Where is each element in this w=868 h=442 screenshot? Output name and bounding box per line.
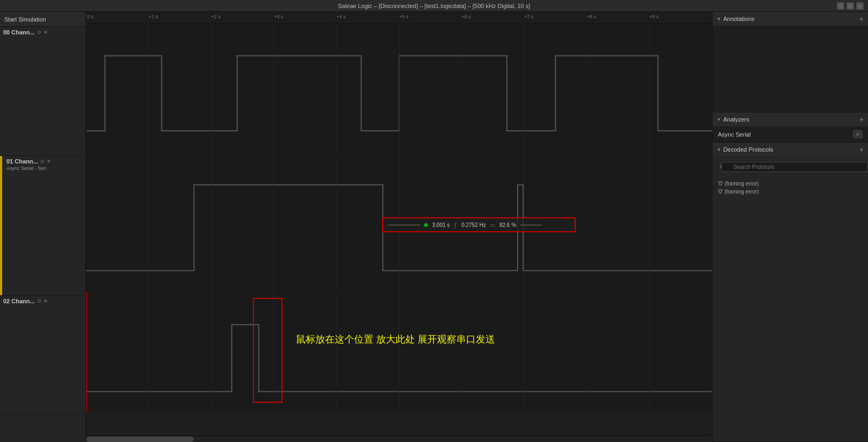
tick-7s: +7 s (524, 14, 533, 19)
decoded-protocols-label: Decoded Protocols (723, 146, 773, 153)
waveform-row-01: 3.001 s ƒ 0.2752 Hz ▭ 82.6 % (86, 153, 712, 293)
start-simulation-bar[interactable]: Start Simulation (0, 12, 86, 27)
analyzers-triangle: ▼ (717, 117, 721, 122)
annotations-label: Annotations (723, 16, 754, 22)
annotations-panel (712, 26, 868, 112)
tick-9s: +9 s (650, 14, 659, 19)
tick-5s: +5 s (399, 14, 408, 19)
decoded-protocols-section: ▼ Decoded Protocols + 🔍 '0' (framing err… (712, 142, 868, 442)
analyzer-edit-button[interactable]: ≡ (853, 130, 863, 138)
waveform-area: 0 s +1 s +2 s +3 s +4 s +5 s +6 s +7 s +… (86, 12, 712, 442)
protocol-entry-0: '0' (framing error) (718, 180, 863, 188)
measurement-box: 3.001 s ƒ 0.2752 Hz ▭ 82.6 % (382, 217, 576, 232)
channel-01-name: 01 Chann... (6, 158, 38, 165)
left-panel: Start Simulation 00 Chann... ⊙ ✕ 01 (0, 12, 86, 442)
analyzers-section: ▼ Analyzers + Async Serial ≡ (712, 112, 868, 142)
start-simulation-label: Start Simulation (4, 16, 46, 23)
channel-00-eye-icon[interactable]: ⊙ (37, 30, 41, 35)
analyzer-item-async-serial: Async Serial ≡ (712, 129, 868, 140)
channel-item-00: 00 Chann... ⊙ ✕ (0, 27, 86, 156)
channel-00-name: 00 Chann... (3, 29, 35, 35)
decoded-protocols-triangle: ▼ (717, 147, 721, 152)
waveform-channels[interactable]: 3.001 s ƒ 0.2752 Hz ▭ 82.6 % (86, 24, 712, 436)
window-controls[interactable]: – □ × (837, 2, 864, 10)
annotations-add-button[interactable]: + (859, 15, 864, 23)
channel-01-sublabel: Async Serial - Seri (6, 166, 51, 171)
cursor-line-02 (86, 293, 87, 411)
right-panel: ▼ Annotations + ▼ Analyzers + Async Seri… (712, 12, 868, 442)
analyzer-name: Async Serial (718, 131, 751, 138)
channel-item-02: 02 Chann... ⊙ ✕ (0, 296, 86, 415)
tick-0s: 0 s (87, 14, 94, 19)
app-body: Start Simulation 00 Chann... ⊙ ✕ 01 (0, 12, 868, 442)
waveform-svg-00 (86, 24, 712, 152)
channel-01-close-icon[interactable]: ✕ (47, 159, 51, 164)
channel-01-eye-icon[interactable]: ⊙ (40, 159, 45, 164)
channel-02-close-icon[interactable]: ✕ (44, 298, 48, 304)
tick-2s: +2 s (211, 14, 221, 19)
decoded-protocols-header[interactable]: ▼ Decoded Protocols + (712, 142, 868, 156)
red-highlight-rect (253, 298, 283, 403)
search-protocols-input[interactable] (721, 162, 868, 172)
meas-dot (424, 223, 428, 227)
horizontal-scrollbar[interactable] (86, 436, 712, 442)
annotations-section: ▼ Annotations + (712, 12, 868, 112)
analyzers-header[interactable]: ▼ Analyzers + (712, 112, 868, 126)
app-title: Saleae Logic – [Disconnected] – [test1.l… (338, 3, 530, 9)
tick-4s: +4 s (336, 14, 345, 19)
protocol-entry-1: '0' (framing error) (718, 188, 863, 196)
tick-6s: +6 s (462, 14, 471, 19)
title-bar: Saleae Logic – [Disconnected] – [test1.l… (0, 0, 868, 12)
decoded-protocols-add-button[interactable]: + (859, 146, 864, 153)
tick-1s: +1 s (149, 14, 158, 19)
analyzers-panel: Async Serial ≡ (712, 126, 868, 142)
tick-3s: +3 s (274, 14, 283, 19)
annotations-header[interactable]: ▼ Annotations + (712, 12, 868, 26)
analyzers-add-button[interactable]: + (859, 116, 864, 123)
channel-00-close-icon[interactable]: ✕ (44, 30, 48, 35)
analyzers-label: Analyzers (723, 116, 749, 123)
scrollbar-thumb[interactable] (86, 437, 194, 442)
meas-duty-icon: ▭ (490, 222, 495, 228)
meas-left-line (387, 225, 420, 225)
channel-item-01: 01 Chann... ⊙ ✕ Async Serial - Seri (0, 156, 86, 296)
maximize-button[interactable]: □ (846, 2, 854, 10)
meas-freq: 0.2752 Hz (461, 222, 486, 228)
annotation-text: 鼠标放在这个位置 放大此处 展开观察串口发送 (296, 333, 495, 346)
channel-list: 00 Chann... ⊙ ✕ 01 Chann... ⊙ ✕ Async Se… (0, 27, 86, 442)
meas-duty: 82.6 % (499, 222, 516, 228)
time-ruler: 0 s +1 s +2 s +3 s +4 s +5 s +6 s +7 s +… (86, 12, 712, 24)
meas-time: 3.001 s (432, 222, 450, 228)
search-protocols-wrapper: 🔍 (717, 159, 864, 175)
scrollbar-track[interactable] (86, 436, 712, 442)
protocol-entries: '0' (framing error) '0' (framing error) (712, 177, 868, 198)
waveform-svg-02 (86, 293, 712, 411)
channel-01-stripe (0, 156, 2, 295)
channel-02-name: 02 Chann... (3, 298, 35, 304)
meas-freq-icon: ƒ (454, 222, 457, 228)
channel-02-eye-icon[interactable]: ⊙ (37, 298, 41, 304)
close-button[interactable]: × (856, 2, 864, 10)
tick-8s: +8 s (587, 14, 596, 19)
waveform-row-02: 鼠标放在这个位置 放大此处 展开观察串口发送 (86, 293, 712, 412)
meas-right-line (520, 225, 542, 225)
waveform-row-00 (86, 24, 712, 153)
minimize-button[interactable]: – (837, 2, 844, 10)
annotations-triangle: ▼ (717, 17, 721, 22)
